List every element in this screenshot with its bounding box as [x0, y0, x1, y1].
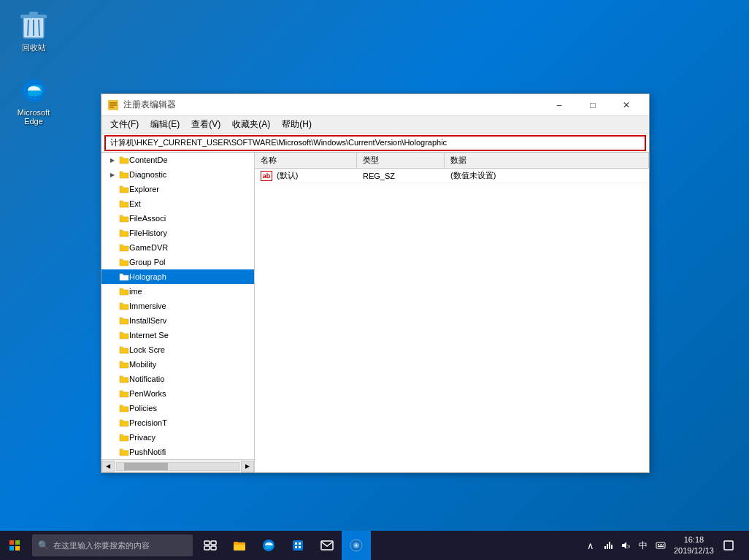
- expand-btn-explorer[interactable]: [107, 184, 118, 194]
- expand-btn-contentde[interactable]: ▶: [107, 155, 118, 165]
- clock-date: 2019/12/13: [674, 545, 714, 556]
- expand-btn-gamedvr[interactable]: [107, 242, 118, 253]
- folder-icon-installserv: [119, 316, 129, 325]
- menu-edit[interactable]: 编辑(E): [145, 116, 185, 133]
- h-scrollbar[interactable]: [116, 462, 239, 471]
- tree-label-notification: Notificatio: [129, 375, 164, 383]
- tree-item-privacy[interactable]: Privacy: [101, 430, 254, 445]
- tree-item-grouppol[interactable]: Group Pol: [101, 255, 254, 269]
- menu-favorites[interactable]: 收藏夹(A): [226, 116, 276, 133]
- tree-content[interactable]: ▶ContentDe▶DiagnosticExplorerExtFileAsso…: [101, 153, 254, 459]
- folder-icon-ext: [119, 199, 129, 208]
- expand-btn-filehistory[interactable]: [107, 228, 118, 238]
- tree-item-pushnotifi[interactable]: PushNotifi: [101, 445, 254, 459]
- tree-item-installserv[interactable]: InstallServ: [101, 313, 254, 328]
- expand-btn-policies[interactable]: [107, 403, 118, 413]
- tree-item-diagnostic[interactable]: ▶Diagnostic: [101, 167, 254, 182]
- expand-btn-mobility[interactable]: [107, 359, 118, 369]
- expand-btn-privacy[interactable]: [107, 432, 118, 442]
- reg-row-default[interactable]: ab(默认)REG_SZ(数值未设置): [255, 169, 649, 183]
- menu-help[interactable]: 帮助(H): [276, 116, 318, 133]
- taskbar-clock[interactable]: 16:18 2019/12/13: [674, 534, 714, 557]
- tree-item-policies[interactable]: Policies: [101, 401, 254, 415]
- file-explorer-button[interactable]: [225, 531, 254, 560]
- expand-btn-penworks[interactable]: [107, 388, 118, 399]
- start-button[interactable]: [0, 531, 29, 560]
- registry-editor-window: 注册表编辑器 – □ ✕ 文件(F) 编辑(E) 查看(V) 收藏夹(A) 帮助…: [101, 93, 650, 473]
- expand-btn-notification[interactable]: [107, 374, 118, 384]
- maximize-button[interactable]: □: [576, 94, 610, 116]
- tree-item-holographic[interactable]: Holograph: [101, 269, 254, 284]
- tree-item-mobility[interactable]: Mobility: [101, 357, 254, 372]
- taskbar-mail-button[interactable]: [312, 531, 342, 560]
- svg-rect-13: [9, 546, 14, 551]
- system-tray: ∧ )) 中: [583, 538, 668, 553]
- tree-item-gamedvr[interactable]: GameDVR: [101, 240, 254, 255]
- expand-btn-holographic[interactable]: [107, 272, 118, 282]
- tree-item-explorer[interactable]: Explorer: [101, 182, 254, 196]
- edge-icon[interactable]: Microsoft Edge: [7, 73, 60, 129]
- svg-rect-9: [110, 104, 117, 106]
- tree-item-notification[interactable]: Notificatio: [101, 372, 254, 386]
- search-icon: 🔍: [38, 540, 49, 551]
- folder-icon-contentde: [119, 156, 129, 164]
- expand-btn-internetse[interactable]: [107, 330, 118, 340]
- reg-data-default: (数值未设置): [445, 170, 649, 181]
- expand-btn-ime[interactable]: [107, 286, 118, 296]
- task-view-button[interactable]: [196, 531, 225, 560]
- taskbar-network-button[interactable]: [342, 531, 371, 560]
- window-titlebar[interactable]: 注册表编辑器 – □ ✕: [101, 94, 649, 116]
- expand-btn-precisiont[interactable]: [107, 418, 118, 428]
- expand-btn-diagnostic[interactable]: ▶: [107, 169, 118, 180]
- tree-item-fileassoci[interactable]: FileAssoci: [101, 211, 254, 226]
- tree-item-lockscre[interactable]: Lock Scre: [101, 342, 254, 357]
- expand-btn-grouppol[interactable]: [107, 257, 118, 267]
- taskbar-search[interactable]: 🔍 在这里输入你要搜索的内容: [32, 534, 193, 556]
- svg-rect-31: [607, 544, 608, 549]
- expand-btn-installserv[interactable]: [107, 315, 118, 326]
- tray-chevron[interactable]: ∧: [583, 538, 598, 553]
- tree-item-precisiont[interactable]: PrecisionT: [101, 415, 254, 430]
- h-scrollbar-area: ◀ ▶: [101, 459, 254, 472]
- expand-btn-pushnotifi[interactable]: [107, 447, 118, 457]
- expand-btn-immersive[interactable]: [107, 301, 118, 311]
- tray-keyboard-icon[interactable]: [653, 538, 668, 553]
- tree-item-immersive[interactable]: Immersive: [101, 299, 254, 313]
- folder-icon-ime: [119, 287, 129, 296]
- tree-label-policies: Policies: [129, 404, 157, 413]
- close-button[interactable]: ✕: [610, 94, 643, 116]
- right-content[interactable]: ab(默认)REG_SZ(数值未设置): [255, 169, 649, 472]
- folder-icon-grouppol: [119, 258, 129, 266]
- folder-icon-immersive: [119, 302, 129, 310]
- expand-btn-ext[interactable]: [107, 199, 118, 209]
- tree-item-internetse[interactable]: Internet Se: [101, 328, 254, 342]
- taskbar-edge-button[interactable]: [254, 531, 283, 560]
- search-placeholder: 在这里输入你要搜索的内容: [53, 540, 150, 551]
- scroll-right[interactable]: ▶: [241, 461, 254, 472]
- tree-item-contentde[interactable]: ▶ContentDe: [101, 153, 254, 167]
- h-scrollbar-thumb[interactable]: [124, 463, 168, 470]
- tree-item-penworks[interactable]: PenWorks: [101, 386, 254, 401]
- tree-label-contentde: ContentDe: [129, 156, 168, 164]
- recycle-bin-icon[interactable]: 回收站: [7, 7, 60, 56]
- tree-label-explorer: Explorer: [129, 185, 159, 193]
- expand-btn-lockscre[interactable]: [107, 345, 118, 355]
- address-input[interactable]: [104, 135, 646, 151]
- right-panel: 名称 类型 数据 ab(默认)REG_SZ(数值未设置): [255, 153, 649, 472]
- menu-view[interactable]: 查看(V): [185, 116, 226, 133]
- folder-icon-filehistory: [119, 229, 129, 237]
- notification-button[interactable]: [714, 531, 743, 560]
- minimize-button[interactable]: –: [542, 94, 576, 116]
- scroll-left[interactable]: ◀: [101, 461, 115, 472]
- tree-item-ime[interactable]: ime: [101, 284, 254, 299]
- tree-item-filehistory[interactable]: FileHistory: [101, 226, 254, 240]
- menu-file[interactable]: 文件(F): [104, 116, 145, 133]
- tray-volume-icon[interactable]: )): [618, 538, 633, 553]
- menubar: 文件(F) 编辑(E) 查看(V) 收藏夹(A) 帮助(H): [101, 116, 649, 134]
- tray-ime-icon[interactable]: 中: [636, 538, 650, 553]
- expand-btn-fileassoci[interactable]: [107, 213, 118, 223]
- tree-item-ext[interactable]: Ext: [101, 196, 254, 211]
- tray-network-icon[interactable]: [601, 538, 615, 553]
- tree-label-gamedvr: GameDVR: [129, 243, 168, 252]
- taskbar-store-button[interactable]: [283, 531, 312, 560]
